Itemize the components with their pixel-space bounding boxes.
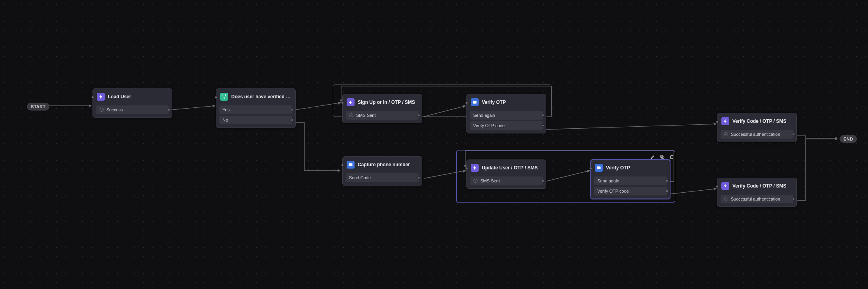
node-title: Verify OTP [606, 165, 630, 171]
window-icon [595, 164, 603, 172]
node-capture-phone[interactable]: Capture phone number Send Code [342, 156, 422, 186]
lightning-icon [721, 182, 729, 190]
node-update-user[interactable]: Update User / OTP / SMS SMS Sent [466, 160, 546, 189]
start-pill[interactable]: START [27, 103, 49, 111]
svg-point-1 [223, 95, 223, 96]
out-port[interactable] [417, 176, 420, 179]
svg-point-2 [225, 95, 226, 96]
out-port[interactable] [542, 180, 544, 182]
output-no[interactable]: No [219, 116, 292, 124]
window-icon [471, 98, 479, 106]
output-label: Verify OTP code [597, 189, 629, 193]
out-port[interactable] [792, 198, 795, 201]
in-port[interactable] [589, 167, 592, 170]
node-signup[interactable]: Sign Up or In / OTP / SMS SMS Sent [342, 94, 422, 123]
node-verify-code-2[interactable]: Verify Code / OTP / SMS Successful authe… [717, 178, 797, 207]
out-port[interactable] [542, 124, 544, 127]
output-label: Send Code [349, 175, 371, 180]
svg-rect-8 [597, 167, 601, 169]
check-circle-icon [724, 132, 728, 137]
output-label: SMS Sent [356, 113, 376, 118]
branch-icon [220, 93, 228, 101]
delete-button[interactable] [668, 153, 675, 160]
out-port[interactable] [291, 109, 294, 111]
check-circle-icon [99, 107, 104, 112]
in-port[interactable] [91, 96, 94, 99]
output-sms-sent[interactable]: SMS Sent [346, 111, 419, 120]
svg-rect-6 [349, 163, 353, 166]
lightning-icon [97, 93, 105, 101]
node-title: Update User / OTP / SMS [482, 165, 538, 171]
out-port[interactable] [666, 190, 668, 193]
svg-rect-5 [473, 101, 477, 104]
output-label: Successful authentication [731, 197, 780, 201]
check-circle-icon [473, 178, 478, 183]
in-port[interactable] [341, 164, 344, 167]
node-toolbar [649, 153, 675, 160]
edit-button[interactable] [649, 153, 656, 160]
svg-point-10 [725, 197, 728, 201]
output-send-again[interactable]: Send again [470, 111, 543, 120]
node-load-user[interactable]: Load User Success [92, 88, 172, 118]
output-label: Send again [597, 178, 619, 183]
output-label: Successful authentication [731, 132, 780, 137]
copy-button[interactable] [659, 153, 666, 160]
output-send-code[interactable]: Send Code [346, 173, 419, 182]
out-port[interactable] [168, 109, 170, 111]
output-label: Yes [223, 107, 230, 112]
node-verify-otp-1[interactable]: Verify OTP Send again Verify OTP code [466, 94, 546, 133]
lightning-icon [471, 164, 479, 172]
in-port[interactable] [716, 185, 719, 188]
output-sms-sent[interactable]: SMS Sent [470, 176, 543, 185]
output-verify-code[interactable]: Verify OTP code [470, 121, 543, 130]
output-success-auth[interactable]: Successful authentication [721, 130, 793, 139]
output-send-again[interactable]: Send again [594, 176, 667, 185]
node-title: Verify Code / OTP / SMS [732, 183, 786, 189]
lightning-icon [347, 98, 355, 106]
in-port[interactable] [465, 167, 468, 170]
in-port[interactable] [716, 120, 719, 123]
output-verify-code[interactable]: Verify OTP code [594, 187, 667, 195]
svg-point-4 [350, 114, 353, 117]
output-label: SMS Sent [480, 178, 500, 183]
out-port[interactable] [417, 114, 420, 117]
check-circle-icon [724, 197, 728, 201]
node-verify-code-1[interactable]: Verify Code / OTP / SMS Successful authe… [717, 113, 797, 142]
in-port[interactable] [215, 96, 217, 99]
connectors-layer [0, 0, 868, 289]
node-title: Sign Up or In / OTP / SMS [358, 99, 415, 105]
output-label: No [223, 118, 228, 122]
svg-point-3 [224, 98, 225, 99]
output-label: Send again [473, 113, 495, 118]
out-port[interactable] [291, 119, 294, 122]
out-port[interactable] [666, 180, 668, 182]
output-label: Verify OTP code [473, 123, 505, 128]
in-port[interactable] [465, 101, 468, 104]
node-title: Verify Code / OTP / SMS [732, 118, 786, 124]
out-port[interactable] [792, 133, 795, 136]
svg-point-0 [100, 108, 104, 112]
node-title: Does user have verified phone… [231, 94, 291, 99]
svg-point-9 [725, 133, 728, 136]
node-title: Capture phone number [358, 162, 410, 167]
check-circle-icon [349, 113, 354, 118]
output-success[interactable]: Success [96, 105, 169, 114]
output-yes[interactable]: Yes [219, 105, 292, 114]
output-label: Success [106, 107, 123, 112]
svg-point-7 [474, 179, 477, 183]
out-port[interactable] [542, 114, 544, 117]
in-port[interactable] [341, 101, 344, 104]
output-success-auth[interactable]: Successful authentication [721, 195, 793, 203]
lightning-icon [721, 117, 729, 125]
node-verify-otp-2[interactable]: Verify OTP Send again Verify OTP code [591, 160, 670, 199]
window-icon [347, 161, 355, 169]
end-pill[interactable]: END [840, 135, 857, 143]
node-title: Verify OTP [482, 99, 506, 105]
node-title: Load User [108, 94, 131, 99]
node-condition[interactable]: Does user have verified phone… Yes No [216, 88, 296, 128]
